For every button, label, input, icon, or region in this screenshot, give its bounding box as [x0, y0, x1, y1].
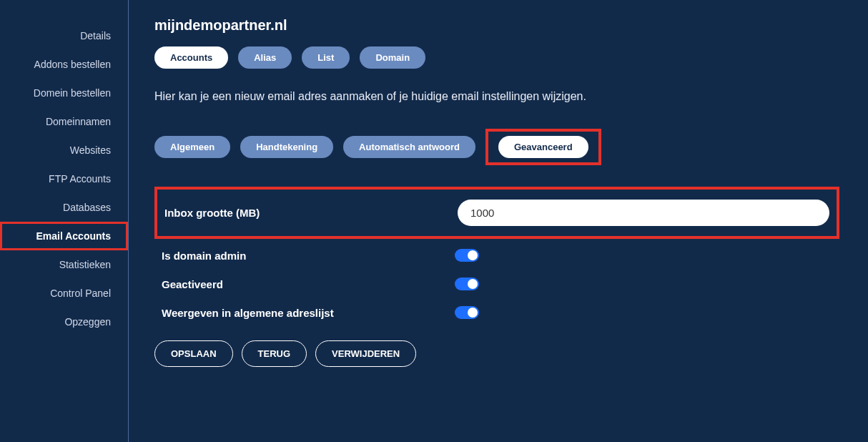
inbox-size-label: Inbox grootte (MB): [164, 207, 458, 219]
sidebar-item-details[interactable]: Details: [0, 21, 128, 50]
delete-button[interactable]: VERWIJDEREN: [315, 340, 416, 367]
subtab-auto-reply[interactable]: Automatisch antwoord: [343, 136, 475, 158]
sidebar-item-control-panel[interactable]: Control Panel: [0, 279, 128, 308]
subtab-advanced-highlight: Geavanceerd: [485, 129, 601, 165]
activated-label: Geactiveerd: [162, 278, 455, 290]
show-global-list-row: Weergeven in algemene adreslijst: [154, 306, 839, 319]
tab-alias[interactable]: Alias: [238, 46, 292, 69]
show-global-list-toggle[interactable]: [455, 306, 479, 319]
sidebar-item-domain-order[interactable]: Domein bestellen: [0, 79, 128, 107]
page-title: mijndemopartner.nl: [154, 17, 839, 34]
subtab-advanced[interactable]: Geavanceerd: [498, 136, 588, 158]
domain-admin-label: Is domain admin: [162, 250, 455, 262]
subtab-signature[interactable]: Handtekening: [240, 136, 333, 158]
inbox-size-row: Inbox grootte (MB): [164, 200, 829, 226]
inbox-size-input[interactable]: [458, 200, 829, 226]
activated-row: Geactiveerd: [154, 278, 839, 290]
show-global-list-label: Weergeven in algemene adreslijst: [162, 307, 455, 319]
sidebar-item-addons[interactable]: Addons bestellen: [0, 50, 128, 79]
tab-list[interactable]: List: [302, 46, 350, 69]
subtab-general[interactable]: Algemeen: [154, 136, 230, 158]
sidebar-item-ftp-accounts[interactable]: FTP Accounts: [0, 164, 128, 193]
domain-admin-toggle[interactable]: [455, 249, 479, 262]
sub-tabs: Algemeen Handtekening Automatisch antwoo…: [154, 129, 839, 165]
page-description: Hier kan je een nieuw email adres aanmak…: [154, 90, 839, 103]
activated-toggle[interactable]: [455, 278, 479, 290]
back-button[interactable]: TERUG: [242, 340, 307, 367]
tab-accounts[interactable]: Accounts: [154, 46, 228, 69]
tab-domain[interactable]: Domain: [360, 46, 425, 69]
sidebar-item-email-accounts[interactable]: Email Accounts: [0, 222, 128, 250]
save-button[interactable]: OPSLAAN: [154, 340, 233, 367]
sidebar-item-cancel[interactable]: Opzeggen: [0, 308, 128, 336]
sidebar-item-websites[interactable]: Websites: [0, 136, 128, 164]
domain-admin-row: Is domain admin: [154, 249, 839, 262]
action-buttons: OPSLAAN TERUG VERWIJDEREN: [154, 340, 839, 367]
sidebar-item-domainnames[interactable]: Domeinnamen: [0, 107, 128, 136]
main-content: mijndemopartner.nl Accounts Alias List D…: [129, 0, 868, 442]
inbox-size-highlight: Inbox grootte (MB): [154, 187, 839, 239]
sidebar-item-databases[interactable]: Databases: [0, 193, 128, 222]
top-tabs: Accounts Alias List Domain: [154, 46, 839, 69]
sidebar-item-statistics[interactable]: Statistieken: [0, 250, 128, 279]
sidebar: Details Addons bestellen Domein bestelle…: [0, 0, 129, 442]
